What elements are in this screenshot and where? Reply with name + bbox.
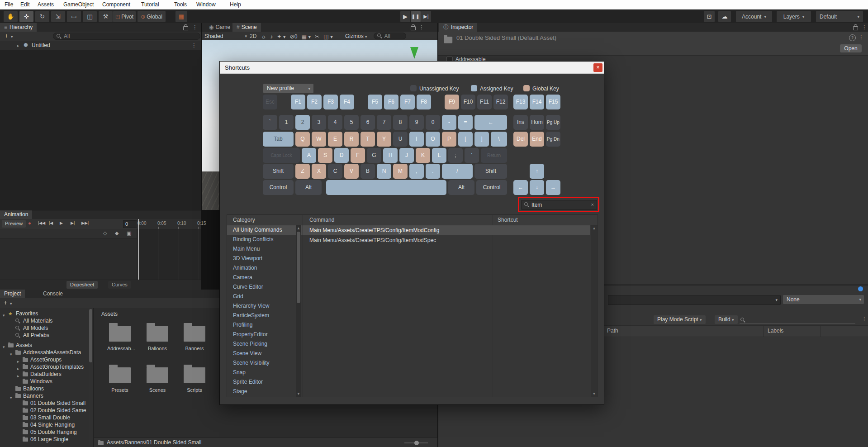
- kebab-icon[interactable]: ⋮: [862, 316, 867, 322]
- key-n[interactable]: N: [377, 164, 391, 179]
- audio-icon[interactable]: ♪: [270, 33, 273, 40]
- layout-dropdown[interactable]: Default▾: [816, 11, 863, 22]
- tab-project[interactable]: Project: [0, 290, 25, 298]
- shortcut-search-input[interactable]: Item ×: [521, 200, 597, 210]
- category-item[interactable]: PropertyEditor: [227, 330, 303, 339]
- tree-item-balloons[interactable]: Balloons: [0, 385, 93, 392]
- key-f[interactable]: F: [351, 148, 365, 163]
- hand-tool[interactable]: ✋: [4, 11, 18, 22]
- create-button[interactable]: +: [4, 299, 7, 306]
- asset-folder-scripts[interactable]: Scripts: [182, 365, 207, 393]
- tree-item-05-double-hanging[interactable]: 05 Double Hanging: [0, 428, 93, 436]
- category-item[interactable]: Stage: [227, 387, 303, 396]
- key-c[interactable]: C: [328, 164, 342, 179]
- tree-item-assetgroups[interactable]: ▸AssetGroups: [0, 356, 93, 363]
- key-j[interactable]: J: [399, 148, 414, 163]
- help-icon[interactable]: ?: [849, 34, 856, 41]
- shading-dropdown[interactable]: Shaded▾: [204, 33, 250, 39]
- category-item[interactable]: Snap: [227, 368, 303, 377]
- scene-search-input[interactable]: All: [374, 33, 406, 39]
- key-x[interactable]: X: [312, 164, 326, 179]
- key-4[interactable]: 4: [328, 115, 342, 130]
- key-f6[interactable]: F6: [384, 95, 398, 109]
- key-3[interactable]: 3: [312, 115, 326, 130]
- key-;[interactable]: ;: [448, 148, 463, 163]
- tree-item-03-small-double[interactable]: 03 Small Double: [0, 414, 93, 421]
- key-s[interactable]: S: [318, 148, 332, 163]
- key-del[interactable]: Del: [513, 132, 528, 147]
- key-end[interactable]: End: [530, 132, 544, 147]
- key-↓[interactable]: ↓: [530, 180, 544, 195]
- tree-scrollbar[interactable]: [89, 309, 93, 445]
- category-item[interactable]: All Unity Commands: [227, 225, 303, 235]
- camera-icon[interactable]: ◫ ▾: [323, 33, 333, 40]
- transport-button-0[interactable]: |◀◀: [38, 221, 45, 225]
- key-d[interactable]: D: [334, 148, 349, 163]
- snap-grid-button[interactable]: ▦: [175, 11, 187, 22]
- 2d-toggle[interactable]: 2D: [250, 33, 256, 39]
- column-header-category[interactable]: Category: [233, 217, 255, 223]
- tree-item-banners[interactable]: ▾Banners: [0, 392, 93, 399]
- tree-item-04-single-hanging[interactable]: 04 Single Hanging: [0, 421, 93, 428]
- transport-button-2[interactable]: ▶: [60, 221, 63, 225]
- package-manager-icon[interactable]: ⊡: [704, 11, 715, 22]
- key-y[interactable]: Y: [377, 132, 391, 147]
- menu-item-window[interactable]: Window: [196, 0, 216, 9]
- key--[interactable]: -: [442, 115, 456, 130]
- category-item[interactable]: Hierarchy View: [227, 301, 303, 311]
- global-button[interactable]: ⊕ Global: [138, 11, 166, 22]
- key-=[interactable]: =: [458, 115, 473, 130]
- key-f13[interactable]: F13: [513, 95, 528, 109]
- key-o[interactable]: O: [426, 132, 440, 147]
- key-f4[interactable]: F4: [340, 95, 354, 109]
- key-1[interactable]: 1: [279, 115, 294, 130]
- menu-item-tools[interactable]: Tools: [174, 0, 187, 9]
- create-button[interactable]: +: [5, 32, 8, 39]
- lock-icon[interactable]: [411, 26, 416, 30]
- clear-search-icon[interactable]: ×: [591, 202, 594, 207]
- icon-size-slider[interactable]: [404, 442, 428, 443]
- category-item[interactable]: Main Menu: [227, 244, 303, 254]
- tree-item-favorites[interactable]: ▾★Favorites: [0, 310, 93, 317]
- key-`[interactable]: `: [263, 115, 277, 130]
- category-item[interactable]: Camera: [227, 273, 303, 282]
- key-[[interactable]: [: [458, 132, 473, 147]
- key-control[interactable]: Control: [476, 180, 507, 195]
- category-item[interactable]: 3D Viewport: [227, 254, 303, 263]
- asset-folder-addressab-[interactable]: Addressab...: [107, 323, 133, 351]
- timeline-ruler[interactable]: 0:000:050:100:15: [137, 219, 201, 229]
- timeline-playhead[interactable]: [138, 219, 139, 280]
- menu-item-tutorial[interactable]: Tutorial: [141, 0, 159, 9]
- transform-tool[interactable]: ◫: [83, 11, 97, 22]
- key-f15[interactable]: F15: [546, 95, 560, 109]
- kebab-icon[interactable]: ⋮: [862, 24, 867, 30]
- key-t[interactable]: T: [360, 132, 375, 147]
- key-/[interactable]: /: [442, 164, 473, 179]
- tab-hierarchy[interactable]: ≡Hierarchy: [0, 23, 37, 32]
- command-row[interactable]: Main Menu/Assets/Create/TPS/Config/ItemM…: [303, 235, 590, 245]
- category-item[interactable]: Grid: [227, 292, 303, 301]
- dialog-title-bar[interactable]: Shortcuts ×: [220, 62, 604, 74]
- kebab-icon[interactable]: ⋮: [192, 24, 198, 30]
- key-0[interactable]: 0: [426, 115, 440, 130]
- key-b[interactable]: B: [360, 164, 375, 179]
- tree-item-02-double-sided-same[interactable]: 02 Double Sided Same: [0, 407, 93, 414]
- create-dropdown-arrow[interactable]: ▾: [10, 301, 12, 306]
- key-→[interactable]: →: [546, 180, 560, 195]
- key-f10[interactable]: F10: [461, 95, 475, 109]
- asset-folder-scenes[interactable]: Scenes: [145, 365, 170, 393]
- command-row[interactable]: Main Menu/Assets/Create/TPS/Config/ItemM…: [303, 225, 590, 235]
- category-item[interactable]: Profiling: [227, 320, 303, 330]
- key-f11[interactable]: F11: [477, 95, 492, 109]
- grid-icon[interactable]: ▦ ▾: [302, 33, 311, 40]
- effects-icon[interactable]: ✦ ▾: [277, 33, 285, 40]
- key-6[interactable]: 6: [360, 115, 375, 130]
- key-h[interactable]: H: [383, 148, 398, 163]
- cut-icon[interactable]: ✂: [315, 33, 319, 40]
- tree-item-01-double-sided-small[interactable]: 01 Double Sided Small: [0, 399, 93, 407]
- key-shift[interactable]: Shift: [263, 164, 294, 179]
- frame-field[interactable]: 0: [123, 220, 138, 228]
- tab-scene[interactable]: #Scene: [232, 23, 261, 32]
- transport-button-1[interactable]: |◀: [49, 221, 53, 225]
- tree-item-addressableassetsdata[interactable]: ▾AddressableAssetsData: [0, 349, 93, 356]
